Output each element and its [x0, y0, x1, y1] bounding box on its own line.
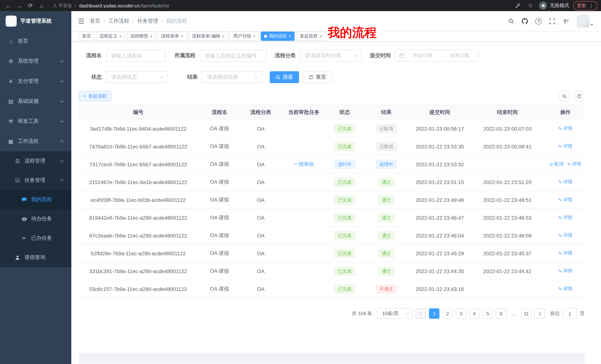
- address-bar[interactable]: ⚠ 不安全 | dashboard.yudao.iocoder.cn /bpm/…: [53, 2, 169, 9]
- tab-start-process[interactable]: 发起流程×: [296, 31, 325, 41]
- font-size-icon[interactable]: TT: [561, 16, 571, 27]
- detail-link[interactable]: ✎详情: [558, 197, 572, 203]
- page-button-2[interactable]: 2: [442, 308, 453, 319]
- cell-submit-time: 2022-01-23 00:06:17: [411, 120, 469, 137]
- cell-result: 通过: [362, 173, 411, 191]
- browser-menu-icon[interactable]: ⋮: [589, 3, 594, 8]
- user-menu[interactable]: ▾: [577, 15, 593, 28]
- date-range-picker[interactable]: 开始日期 - 结束日期: [395, 50, 479, 62]
- sidebar-item-workflow[interactable]: ▦ 工作流程: [0, 131, 71, 151]
- sidebar-item-devtools[interactable]: ⚒ 研发工具: [0, 111, 71, 131]
- hamburger-icon[interactable]: [78, 18, 85, 24]
- sidebar-item-system[interactable]: ⚙ 系统管理: [0, 51, 71, 71]
- page-button-3[interactable]: 3: [456, 308, 466, 319]
- current-task-link[interactable]: 一级审批: [293, 161, 314, 167]
- breadcrumb-task-management[interactable]: 任务管理: [137, 18, 158, 25]
- edit-icon: ✎: [558, 180, 562, 185]
- search-icon[interactable]: [506, 16, 516, 27]
- close-icon[interactable]: ×: [150, 34, 153, 39]
- prev-page-button[interactable]: [416, 308, 426, 319]
- detail-link[interactable]: ✎详情: [558, 286, 572, 292]
- detail-link[interactable]: ✎详情: [558, 179, 572, 185]
- detail-link[interactable]: ✎详情: [567, 161, 581, 168]
- refresh-button[interactable]: [573, 91, 585, 102]
- breadcrumb-home[interactable]: 首页: [90, 18, 100, 25]
- incognito-badge[interactable]: 无痕模式: [539, 1, 569, 10]
- page-button-6[interactable]: 6: [496, 308, 506, 319]
- sidebar-item-todo-tasks[interactable]: 待办任务: [0, 209, 71, 229]
- page-button-1[interactable]: 1: [429, 308, 440, 319]
- chevron-up-icon: [60, 140, 64, 144]
- next-page-button[interactable]: [534, 308, 545, 319]
- sidebar-item-done-tasks[interactable]: ✂ 已办任务: [0, 229, 71, 248]
- sidebar-item-task-management[interactable]: ☑ 任务管理: [0, 171, 71, 190]
- tab-process-form-edit[interactable]: 流程表单-编辑×: [189, 31, 228, 41]
- process-name-input[interactable]: [106, 50, 166, 62]
- app-logo[interactable]: 芋道管理系统: [0, 11, 71, 31]
- sidebar-item-my-process[interactable]: 我的流程: [0, 190, 71, 209]
- page-size-select[interactable]: 10条/页: [377, 308, 413, 319]
- reset-button[interactable]: 重置: [303, 71, 332, 83]
- sidebar-item-infrastructure[interactable]: ▤ 基础设施: [0, 91, 71, 111]
- result-select[interactable]: 请选择流结果: [202, 71, 261, 83]
- tab-process-form[interactable]: 流程表单×: [158, 31, 187, 41]
- filter-category: 流程分类 请选择流程分类: [275, 50, 362, 62]
- tab-user-group[interactable]: 用户分组×: [230, 31, 259, 41]
- detail-link[interactable]: ✎详情: [558, 144, 572, 150]
- start-process-button[interactable]: + 发起流程: [79, 91, 112, 101]
- sidebar-item-home[interactable]: ⌂ 首页: [0, 31, 71, 51]
- close-icon[interactable]: ×: [119, 34, 122, 39]
- process-definition-input[interactable]: [200, 50, 267, 62]
- close-icon[interactable]: ×: [289, 34, 291, 39]
- browser-update-button[interactable]: 更新 ⋮: [573, 1, 597, 10]
- close-icon[interactable]: ×: [320, 34, 322, 39]
- close-icon[interactable]: ×: [181, 34, 183, 39]
- toggle-search-button[interactable]: [559, 91, 570, 102]
- key-icon[interactable]: [513, 1, 522, 10]
- goto-page-input[interactable]: [562, 308, 577, 319]
- search-button[interactable]: 搜索: [270, 71, 299, 83]
- chevron-down-icon: [60, 99, 64, 103]
- bookmark-star-icon[interactable]: ☆: [526, 1, 535, 10]
- top-navbar: 首页 / 工作流程 / 任务管理 / 我的流程 ?: [71, 11, 601, 31]
- table-row: 67c2eaab-7b9a-11ec-a290-acde48001122 OA …: [79, 227, 585, 244]
- cancel-link[interactable]: ⊘取消: [549, 161, 563, 168]
- cell-submit-time: 2022-01-22 23:51:15: [411, 173, 469, 191]
- browser-home-icon[interactable]: ⌂: [37, 1, 46, 10]
- url-path: /bpm/task/my: [140, 3, 169, 8]
- github-icon[interactable]: [520, 16, 530, 27]
- tab-my-process[interactable]: 我的流程×: [261, 31, 295, 41]
- browser-reload-icon[interactable]: ⟳: [26, 1, 35, 10]
- detail-link[interactable]: ✎详情: [558, 215, 572, 221]
- close-icon[interactable]: ×: [253, 34, 256, 39]
- sidebar-item-process-management[interactable]: ☰ 流程管理: [0, 151, 71, 171]
- page-button-11[interactable]: 11: [521, 308, 531, 319]
- page-button-5[interactable]: 5: [482, 308, 493, 319]
- tab-process-model[interactable]: 流程模型×: [127, 31, 156, 41]
- browser-forward-icon[interactable]: →: [15, 1, 24, 10]
- end-date-placeholder[interactable]: 结束日期: [444, 52, 475, 59]
- breadcrumb-workflow[interactable]: 工作流程: [109, 18, 129, 25]
- more-pages-icon[interactable]: …: [509, 311, 518, 316]
- sidebar-item-payment[interactable]: ¥ 支付管理: [0, 71, 71, 91]
- start-date-placeholder[interactable]: 开始日期: [407, 52, 437, 59]
- detail-link[interactable]: ✎详情: [558, 232, 572, 239]
- cell-result: 不通过: [362, 280, 411, 298]
- detail-link[interactable]: ✎详情: [558, 126, 572, 132]
- detail-link[interactable]: ✎详情: [558, 250, 572, 257]
- category-select[interactable]: 请选择流程分类: [300, 50, 362, 62]
- sidebar-item-leave-query[interactable]: 请假查询: [0, 248, 71, 267]
- cell-id: 331bc281-7b9a-11ec-a290-acde48001122: [79, 262, 198, 280]
- cell-category: OA: [241, 227, 280, 244]
- avatar[interactable]: [577, 15, 590, 28]
- page-button-4[interactable]: 4: [469, 308, 480, 319]
- tab-process-definition[interactable]: 流程定义×: [96, 31, 125, 41]
- plus-icon: +: [84, 94, 86, 99]
- detail-link[interactable]: ✎详情: [558, 268, 572, 274]
- help-icon[interactable]: ?: [533, 16, 544, 27]
- browser-back-icon[interactable]: ←: [4, 1, 13, 10]
- tab-home[interactable]: 首页: [79, 31, 94, 41]
- fullscreen-icon[interactable]: [547, 16, 558, 27]
- close-icon[interactable]: ×: [222, 34, 225, 39]
- status-select[interactable]: 请选择状态: [106, 71, 168, 83]
